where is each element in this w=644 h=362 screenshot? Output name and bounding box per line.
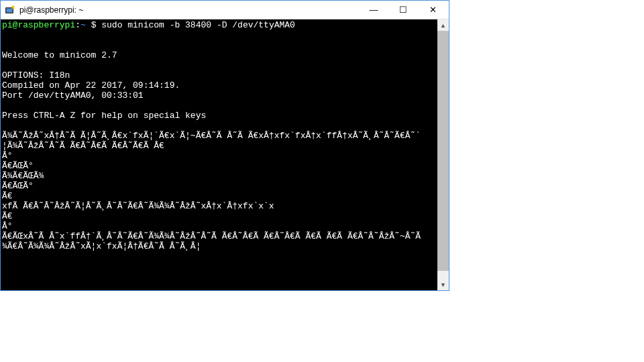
- close-button[interactable]: ✕: [418, 1, 447, 19]
- maximize-button[interactable]: ☐: [388, 1, 418, 19]
- minimize-button[interactable]: —: [359, 1, 388, 19]
- terminal-output: Welcome to minicom 2.7 OPTIONS: I18n Com…: [2, 50, 421, 251]
- svg-rect-2: [12, 6, 14, 9]
- prompt-dollar: $: [86, 20, 101, 30]
- terminal-body: pi@raspberrypi:~ $ sudo minicom -b 38400…: [1, 19, 449, 290]
- window-title: pi@raspberrypi: ~: [19, 5, 359, 15]
- window-controls: — ☐ ✕: [359, 1, 447, 19]
- scroll-down-arrow[interactable]: ▼: [437, 279, 449, 290]
- titlebar[interactable]: pi@raspberrypi: ~ — ☐ ✕: [1, 1, 449, 19]
- scroll-up-arrow[interactable]: ▲: [437, 19, 449, 31]
- prompt-separator: :: [75, 20, 80, 30]
- scrollbar-thumb[interactable]: [437, 31, 449, 271]
- svg-rect-1: [7, 8, 13, 12]
- putty-icon: [5, 5, 15, 15]
- vertical-scrollbar[interactable]: ▲ ▼: [437, 19, 449, 290]
- scrollbar-track[interactable]: [437, 31, 449, 279]
- terminal-content[interactable]: pi@raspberrypi:~ $ sudo minicom -b 38400…: [1, 19, 437, 290]
- prompt-path: ~: [80, 20, 86, 30]
- putty-window: pi@raspberrypi: ~ — ☐ ✕ pi@raspberrypi:~…: [0, 0, 449, 291]
- command-text: sudo minicom -b 38400 -D /dev/ttyAMA0: [101, 20, 295, 30]
- prompt-user-host: pi@raspberrypi: [2, 20, 75, 30]
